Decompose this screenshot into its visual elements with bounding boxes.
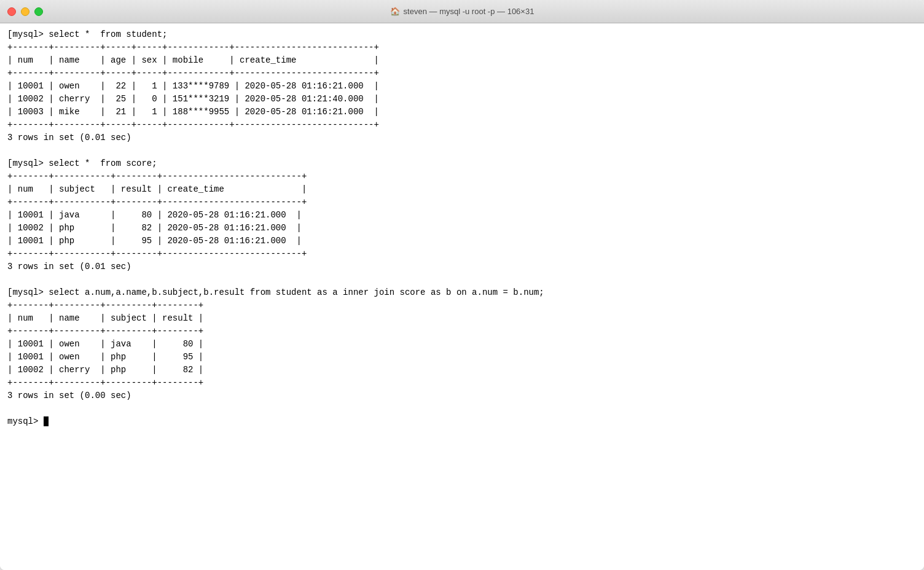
- titlebar: 🏠 steven — mysql -u root -p — 106×31: [0, 0, 924, 23]
- terminal-cursor: [44, 416, 49, 426]
- maximize-button[interactable]: [34, 7, 43, 16]
- terminal-content[interactable]: [mysql> select * from student; +-------+…: [0, 23, 924, 570]
- minimize-button[interactable]: [21, 7, 29, 16]
- close-button[interactable]: [7, 7, 16, 16]
- title-text: steven — mysql -u root -p — 106×31: [404, 7, 534, 16]
- traffic-lights[interactable]: [7, 7, 43, 16]
- house-icon: 🏠: [390, 7, 400, 16]
- terminal-window: 🏠 steven — mysql -u root -p — 106×31 [my…: [0, 0, 924, 570]
- window-title: 🏠 steven — mysql -u root -p — 106×31: [390, 7, 534, 16]
